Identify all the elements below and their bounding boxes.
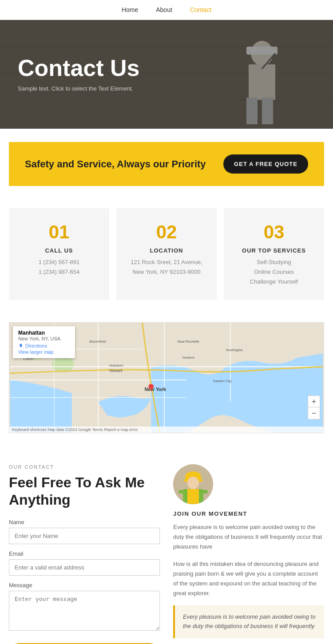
card-title-1: CALL US: [18, 247, 100, 254]
svg-text:Bloomfield: Bloomfield: [89, 340, 106, 344]
svg-text:Garden City: Garden City: [213, 379, 231, 383]
svg-rect-39: [178, 490, 185, 494]
svg-text:Hoboken: Hoboken: [109, 363, 123, 367]
call-us-card: 01 CALL US 1 (234) 567-891 1 (234) 987-6…: [9, 208, 109, 300]
services-card: 03 OUR TOP SERVICES Self-Studying Online…: [224, 208, 324, 300]
info-cards-section: 01 CALL US 1 (234) 567-891 1 (234) 987-6…: [0, 186, 333, 313]
card-title-3: OUR TOP SERVICES: [233, 247, 315, 254]
map-zoom-out-button[interactable]: −: [308, 407, 320, 419]
card-detail-2: 121 Rock Sreet, 21 Avenue, New York, NY …: [125, 257, 208, 277]
map-zoom-controls: + −: [308, 395, 320, 419]
svg-text:Newark: Newark: [109, 368, 123, 373]
svg-text:New Rochelle: New Rochelle: [178, 340, 199, 344]
hero-subtitle: Sample text. Click to select the Text El…: [18, 85, 315, 92]
message-form-group: Message: [9, 582, 160, 632]
our-contact-label: OUR CONTACT: [9, 464, 160, 470]
nav-contact[interactable]: Contact: [190, 6, 211, 13]
free-quote-button[interactable]: GET A FREE QUOTE: [223, 154, 308, 174]
navigation: Home About Contact: [0, 0, 333, 20]
name-input[interactable]: [9, 528, 160, 544]
promo-banner: Safety and Service, Always our Priority …: [9, 142, 324, 186]
card-number-1: 01: [18, 221, 100, 243]
map-popup: Manhattan New York, NY, USA Directions V…: [13, 326, 75, 358]
svg-point-11: [52, 357, 74, 373]
hero-content: Contact Us Sample text. Click to select …: [0, 20, 333, 101]
svg-text:Yonkers: Yonkers: [182, 356, 194, 360]
map-view-larger-link[interactable]: View larger map: [18, 349, 70, 355]
map-popup-location-name: Manhattan: [18, 330, 70, 336]
name-label: Name: [9, 519, 160, 525]
message-label: Message: [9, 582, 160, 589]
map-zoom-in-button[interactable]: +: [308, 396, 320, 407]
svg-text:New York: New York: [144, 387, 166, 392]
email-form-group: Email: [9, 550, 160, 576]
contact-heading: Feel Free To Ask Me Anything: [9, 474, 160, 508]
name-form-group: Name: [9, 519, 160, 544]
join-label: JOIN OUR MOVEMENT: [173, 510, 324, 517]
nav-home[interactable]: Home: [122, 6, 138, 13]
card-number-3: 03: [233, 221, 315, 243]
email-label: Email: [9, 550, 160, 557]
card-number-2: 02: [125, 221, 208, 243]
contact-para-1: Every pleasure is to welcome pain avoide…: [173, 522, 324, 552]
banner-text: Safety and Service, Always our Priority: [25, 158, 206, 170]
card-title-2: LOCATION: [125, 247, 208, 254]
map-directions-link[interactable]: Directions: [18, 343, 70, 348]
contact-section: OUR CONTACT Feel Free To Ask Me Anything…: [0, 446, 333, 644]
svg-text:Huntington: Huntington: [226, 348, 243, 352]
svg-rect-38: [187, 489, 199, 504]
svg-point-36: [187, 477, 199, 489]
contact-form-area: OUR CONTACT Feel Free To Ask Me Anything…: [9, 464, 160, 644]
map-popup-location-sub: New York, NY, USA: [18, 336, 70, 341]
map-attribution: Keyboard shortcuts Map data ©2024 Google…: [9, 427, 324, 433]
email-input[interactable]: [9, 559, 160, 576]
nav-about[interactable]: About: [156, 6, 172, 13]
contact-para-2: How is all this mistaken idea of denounc…: [173, 559, 324, 598]
cards-row: 01 CALL US 1 (234) 567-891 1 (234) 987-6…: [9, 208, 324, 300]
map-container[interactable]: New York Newark Hoboken Yonkers Paterson…: [9, 322, 324, 433]
card-detail-3: Self-Studying Online Courses Challenge Y…: [233, 257, 315, 287]
location-card: 02 LOCATION 121 Rock Sreet, 21 Avenue, N…: [116, 208, 217, 300]
hero-section: Contact Us Sample text. Click to select …: [0, 20, 333, 129]
card-detail-1: 1 (234) 567-891 1 (234) 987-654: [18, 257, 100, 277]
contact-quote: Every pleasure is to welcome pain avoide…: [173, 605, 324, 638]
contact-avatar: [173, 464, 213, 504]
message-textarea[interactable]: [9, 591, 160, 631]
contact-info-area: JOIN OUR MOVEMENT Every pleasure is to w…: [173, 464, 324, 644]
map-section: New York Newark Hoboken Yonkers Paterson…: [0, 313, 333, 446]
svg-rect-40: [202, 490, 208, 494]
hero-title: Contact Us: [18, 55, 315, 81]
